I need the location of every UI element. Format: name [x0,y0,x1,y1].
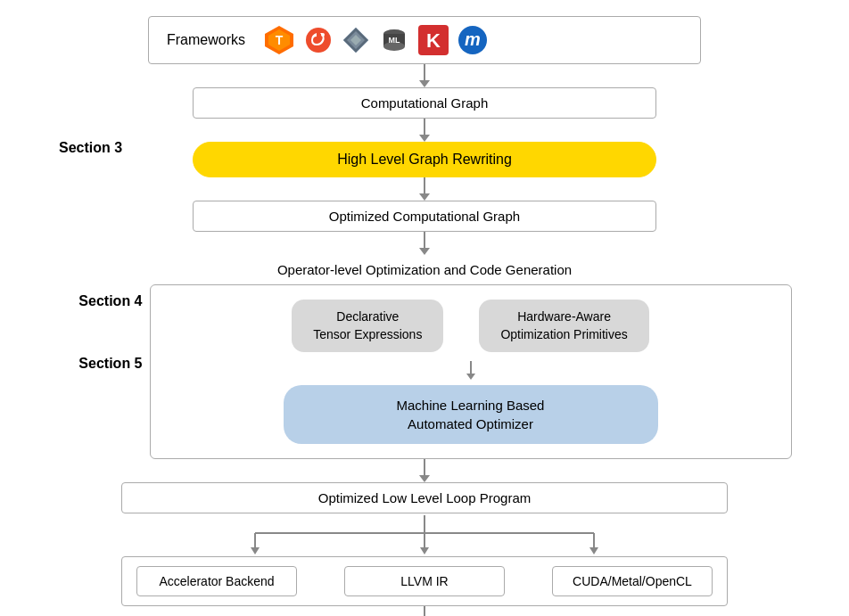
svg-marker-19 [251,547,260,554]
section3-label: Section 3 [59,140,122,156]
accelerator-backend-box: Accelerator Backend [136,566,297,596]
fork-svg [157,515,692,554]
high-level-rewriting-box: High Level Graph Rewriting [193,142,656,177]
diagram: Frameworks T [41,16,808,616]
optimized-graph-box: Optimized Computational Graph [193,201,656,232]
svg-marker-23 [589,547,598,554]
arrow-6 [419,459,430,482]
ml-optimizer-box: Machine Learning BasedAutomated Optimize… [284,385,658,444]
computational-graph-label: Computational Graph [361,95,489,111]
svg-point-4 [321,33,325,37]
pytorch-icon [304,26,333,54]
arrow-3 [419,177,430,201]
cuda-metal-label: CUDA/Metal/OpenCL [573,574,692,588]
svg-marker-21 [420,547,429,554]
svg-text:K: K [426,29,441,52]
bottom-boxes-wrapper: Accelerator Backend LLVM IR CUDA/Metal/O… [121,556,728,606]
section5-row: Machine Learning BasedAutomated Optimize… [169,385,773,444]
cuda-metal-box: CUDA/Metal/OpenCL [552,566,713,596]
arrow-2 [419,119,430,142]
section4-row: DeclarativeTensor Expressions Hardware-A… [169,300,773,352]
high-level-rewriting-label: High Level Graph Rewriting [337,152,512,167]
svg-point-3 [306,28,331,53]
svg-text:T: T [276,33,284,47]
outer-section-box: DeclarativeTensor Expressions Hardware-A… [150,284,792,459]
hardware-aware-box: Hardware-AwareOptimization Primitives [479,300,648,352]
frameworks-box: Frameworks T [148,16,701,64]
svg-text:ML: ML [389,36,400,45]
computational-graph-box: Computational Graph [193,87,656,119]
fork-arrows [157,515,692,554]
llvm-ir-label: LLVM IR [400,574,448,588]
mxnet-icon [342,26,370,54]
arrow-4 [419,232,430,255]
section4-label: Section 4 [78,293,142,309]
accelerator-backend-label: Accelerator Backend [159,574,274,588]
optimized-graph-label: Optimized Computational Graph [329,209,520,224]
hardware-aware-label: Hardware-AwareOptimization Primitives [500,309,627,341]
frameworks-label: Frameworks [167,32,245,48]
op-optimization-text: Operator-level Optimization and Code Gen… [277,262,572,277]
ml-optimizer-label: Machine Learning BasedAutomated Optimize… [397,398,545,431]
declarative-tensor-box: DeclarativeTensor Expressions [292,300,443,352]
optimized-loop-box: Optimized Low Level Loop Program [121,482,728,513]
arrow-5 [169,361,773,380]
llvm-ir-box: LLVM IR [344,566,505,596]
keras-icon: K [418,25,449,55]
coreml-icon: ML [379,25,409,55]
arrow-7 [419,606,430,616]
declarative-tensor-label: DeclarativeTensor Expressions [313,309,422,341]
section5-label: Section 5 [78,356,142,372]
frameworks-icons: T ML K [263,24,488,56]
mxboard-icon: m [457,25,488,55]
optimized-loop-label: Optimized Low Level Loop Program [318,490,531,505]
tensorflow-icon: T [263,24,295,56]
arrow-1 [419,64,430,87]
svg-text:m: m [465,29,481,49]
